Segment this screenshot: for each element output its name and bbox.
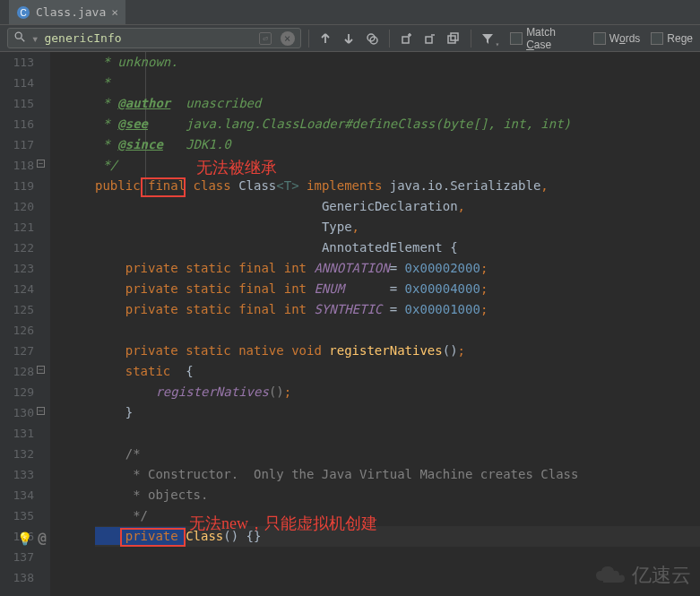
tab-bar: C Class.java × (0, 0, 700, 25)
line-number: 138 (0, 567, 34, 588)
search-input-container: ▾ ⏎ × (7, 28, 301, 48)
line-number: 115 (0, 93, 34, 114)
line-number: 129 (0, 382, 34, 402)
svg-text:C: C (20, 8, 26, 18)
prev-occurrence-button[interactable] (316, 29, 336, 48)
line-number: 126 (0, 320, 34, 341)
line-number: 118− (0, 155, 34, 176)
line-number: 125 (0, 299, 34, 320)
line-number: 127 (0, 341, 34, 361)
line-number: 132 (0, 444, 34, 464)
line-number: @136💡 (0, 526, 34, 547)
svg-line-3 (22, 39, 25, 42)
line-number: 134 (0, 485, 34, 505)
line-number: 120 (0, 196, 34, 217)
line-number: 119 (0, 176, 34, 196)
svg-rect-6 (402, 37, 409, 43)
file-tab[interactable]: C Class.java × (9, 0, 126, 24)
add-selection-button[interactable] (397, 29, 417, 48)
fold-icon[interactable]: − (37, 407, 45, 415)
line-number: 116 (0, 114, 34, 134)
next-occurrence-button[interactable] (339, 29, 359, 48)
search-icon (13, 30, 26, 46)
filter-button[interactable]: ▾ (479, 29, 498, 48)
select-all-occurrences-button[interactable] (444, 29, 463, 48)
java-icon: C (16, 5, 30, 20)
words-checkbox[interactable]: Words (593, 32, 640, 45)
line-number: 128− (0, 361, 34, 382)
watermark: 亿速云 (594, 562, 691, 589)
fold-icon[interactable]: − (37, 366, 45, 374)
clear-search-icon[interactable]: × (281, 31, 295, 46)
code-editor[interactable]: 113 114 115 116 117 118− 119 120 121 122… (0, 52, 700, 596)
svg-point-2 (15, 32, 22, 39)
search-bar: ▾ ⏎ × ▾ Match Case Words Re (0, 25, 700, 52)
match-case-checkbox[interactable]: Match Case (510, 26, 582, 51)
search-input[interactable] (44, 31, 254, 45)
line-number: 137 (0, 547, 34, 567)
line-number: 130− (0, 402, 34, 423)
line-number: 133 (0, 464, 34, 485)
svg-rect-8 (448, 36, 455, 43)
gutter: 113 114 115 116 117 118− 119 120 121 122… (0, 52, 50, 596)
select-all-button[interactable] (362, 29, 382, 48)
line-number: 124 (0, 279, 34, 299)
line-number: 122 (0, 238, 34, 258)
line-number: 123 (0, 258, 34, 279)
line-number: 131 (0, 423, 34, 444)
enter-hint-icon: ⏎ (259, 32, 271, 45)
svg-rect-9 (451, 33, 458, 40)
line-number: 113 (0, 52, 34, 73)
remove-selection-button[interactable] (420, 29, 440, 48)
close-icon[interactable]: × (111, 5, 118, 19)
tab-filename: Class.java (36, 5, 106, 19)
regex-checkbox[interactable]: Rege (651, 32, 693, 45)
override-icon[interactable]: @ (38, 528, 47, 548)
fold-icon[interactable]: − (37, 160, 45, 168)
svg-rect-7 (426, 37, 432, 43)
code-area[interactable]: * unknown. * * @author unascribed * @see… (50, 52, 700, 596)
line-number: 121 (0, 217, 34, 238)
line-number: 114 (0, 73, 34, 93)
line-number: 117 (0, 134, 34, 155)
line-number: 135 (0, 505, 34, 526)
